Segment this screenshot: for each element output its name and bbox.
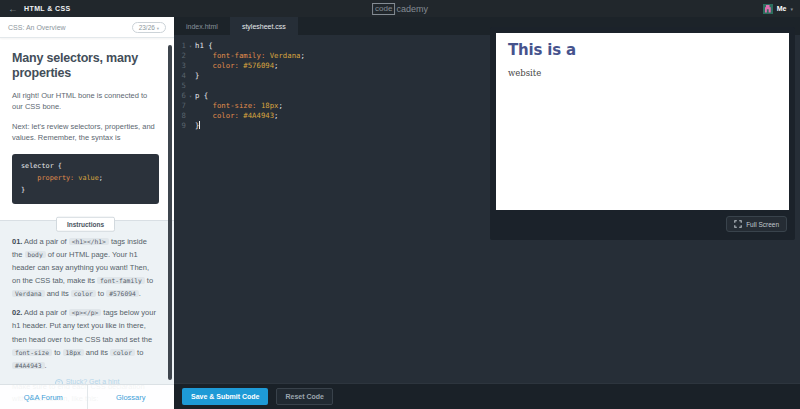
inline-code-chip: #576094: [106, 290, 139, 297]
lesson-title: Many selectors, many properties: [12, 51, 159, 82]
syntax-code-block: selector { property: value;}: [12, 154, 159, 204]
preview-heading: This is a: [508, 41, 777, 59]
line-number: 5: [174, 81, 186, 91]
progress-count: 23/26: [139, 24, 155, 31]
inline-code-chip: color: [71, 290, 96, 297]
text-cursor: [199, 121, 200, 129]
fullscreen-label: Full Screen: [746, 221, 779, 228]
line-text: h1 {: [195, 41, 213, 51]
line-text: }: [195, 121, 200, 131]
back-arrow-icon[interactable]: ←: [8, 0, 18, 17]
progress-dropdown[interactable]: 23/26 ▾: [132, 22, 166, 33]
lesson-sidebar: CSS: An Overview 23/26 ▾ Many selectors,…: [0, 17, 174, 409]
top-bar: ← HTML & CSS code cademy Me ▾: [0, 0, 800, 17]
instruction-step-2: 02. Add a pair of <p></p> tags below you…: [12, 306, 159, 372]
expand-icon: [734, 220, 742, 228]
line-number: 2: [174, 51, 186, 61]
line-number: 8: [174, 111, 186, 121]
inline-code-chip: font-size: [12, 349, 52, 356]
logo-code-box: code: [372, 3, 395, 15]
user-label: Me: [777, 5, 787, 12]
line-number: 1: [174, 41, 186, 51]
sidebar-header: CSS: An Overview 23/26 ▾: [0, 17, 174, 38]
fold-gutter: [186, 51, 195, 61]
reset-code-button[interactable]: Reset Code: [276, 388, 333, 405]
lesson-paragraph: All right! Our HTML bone is connected to…: [12, 90, 159, 113]
instructions-label-wrap: Instructions: [12, 221, 159, 229]
inline-code-chip: 18px: [63, 349, 84, 356]
fold-caret-icon[interactable]: ▾: [186, 41, 195, 51]
line-text: font-size: 18px;: [195, 101, 283, 111]
course-title[interactable]: HTML & CSS: [24, 5, 71, 12]
avatar: [763, 4, 773, 14]
fold-caret-icon[interactable]: ▾: [186, 91, 195, 101]
inline-code-chip: body: [25, 251, 46, 258]
lesson-paragraph: Next: let's review selectors, properties…: [12, 121, 159, 144]
code-line: }: [21, 185, 150, 197]
save-submit-button[interactable]: Save & Submit Code: [182, 388, 268, 405]
codecademy-logo[interactable]: code cademy: [372, 0, 428, 17]
preview-toolbar: Full Screen: [496, 210, 789, 238]
line-text: color: #4A4943;: [195, 111, 279, 121]
code-line: property: value;: [21, 173, 150, 185]
logo-cademy-text: cademy: [396, 4, 428, 14]
fullscreen-button[interactable]: Full Screen: [726, 216, 787, 232]
qa-forum-link[interactable]: Q&A Forum: [0, 385, 88, 409]
line-text: }: [195, 71, 199, 81]
inline-code-chip: #4A4943: [12, 362, 45, 369]
line-number: 3: [174, 61, 186, 71]
fold-gutter: [186, 71, 195, 81]
line-text: p {: [195, 91, 208, 101]
preview-viewport: This is a website: [496, 33, 789, 210]
sidebar-content: Many selectors, many properties All righ…: [0, 51, 174, 409]
inline-code-chip: <h1></h1>: [69, 238, 109, 245]
tab-stylesheet.css[interactable]: stylesheet.css: [230, 17, 298, 35]
fold-gutter: [186, 101, 195, 111]
sidebar-scrollbar[interactable]: [168, 45, 172, 380]
code-line: selector {: [21, 161, 150, 173]
inline-code-chip: Verdana: [12, 290, 45, 297]
instructions-label: Instructions: [56, 216, 115, 231]
avatar-figure: [765, 5, 771, 13]
line-text: font-family: Verdana;: [195, 51, 305, 61]
preview-body-text: website: [508, 68, 777, 78]
chevron-down-icon: ▾: [790, 6, 793, 12]
preview-panel: This is a website Full Screen: [490, 27, 795, 240]
fold-gutter: [186, 61, 195, 71]
sidebar-footer: Q&A Forum Glossary: [0, 384, 174, 409]
chevron-down-icon: ▾: [157, 26, 159, 31]
glossary-link[interactable]: Glossary: [88, 385, 175, 409]
line-number: 9: [174, 121, 186, 131]
tab-index.html[interactable]: index.html: [174, 17, 230, 35]
line-number: 6: [174, 91, 186, 101]
section-title: CSS: An Overview: [8, 24, 66, 31]
line-number: 7: [174, 101, 186, 111]
instruction-step-1: 01. Add a pair of <h1></h1> tags inside …: [12, 235, 159, 301]
inline-code-chip: color: [110, 349, 135, 356]
inline-code-chip: <p></p>: [69, 309, 102, 316]
inline-code-chip: font-family: [97, 277, 145, 284]
editor-action-bar: Save & Submit Code Reset Code: [174, 383, 800, 409]
fold-gutter: [186, 81, 195, 91]
fold-gutter: [186, 121, 195, 131]
fold-gutter: [186, 111, 195, 121]
line-text: color: #576094;: [195, 61, 279, 71]
user-menu[interactable]: Me ▾: [763, 0, 793, 17]
line-number: 4: [174, 71, 186, 81]
